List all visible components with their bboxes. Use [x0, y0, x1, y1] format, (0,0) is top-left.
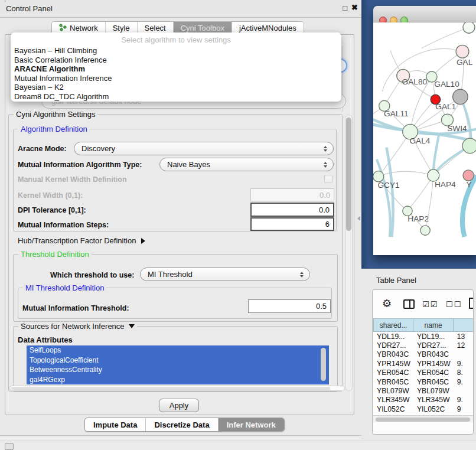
algorithm-definition-title: Algorithm Definition — [18, 125, 90, 133]
table-row[interactable]: YBL079WYBL079W — [373, 386, 474, 395]
manual-kernel-width-checkbox[interactable] — [324, 175, 332, 183]
table-row[interactable]: YBR045CYBR045C9. — [373, 377, 474, 386]
scrollbar-thumb[interactable] — [346, 118, 351, 231]
deselect-all-columns-icon[interactable]: ☐☐ — [446, 300, 462, 309]
attribute-item[interactable]: BetweennessCentrality — [27, 365, 329, 375]
gear-icon[interactable]: ⚙ — [382, 297, 392, 310]
algorithm-option[interactable]: Bayesian – K2 — [11, 83, 341, 92]
tab-impute-data[interactable]: Impute Data — [85, 418, 146, 431]
network-node-label: GAL4 — [409, 136, 430, 145]
status-strip — [0, 441, 476, 450]
network-node-y[interactable] — [463, 170, 474, 181]
table-cell — [454, 350, 474, 359]
table-cell: 9 — [454, 405, 474, 413]
mi-algorithm-type-combobox[interactable]: Naive Bayes — [159, 158, 334, 171]
mi-steps-value: 6 — [325, 220, 330, 229]
tab-network-label: Network — [70, 24, 98, 32]
close-icon[interactable]: ✖ — [351, 3, 358, 12]
table-cell — [454, 386, 474, 395]
attribute-item[interactable]: SelfLoops — [27, 345, 329, 356]
tab-select-label: Select — [145, 24, 166, 32]
attribute-item[interactable]: TopologicalCoefficient — [27, 356, 329, 366]
mi-algorithm-type-value: Naive Bayes — [167, 160, 210, 169]
table-panel-title: Table Panel — [376, 276, 416, 285]
table-cell: YDR27... — [413, 341, 454, 350]
manual-kernel-width-label: Manual Kernel Width Definition — [18, 175, 127, 184]
table-row[interactable]: YPR145WYPR145W9. — [373, 359, 474, 368]
expander-arrow-icon — [141, 238, 145, 244]
table-cell: 9. — [454, 359, 474, 368]
network-node-label: GCY1 — [377, 181, 399, 190]
algorithm-option[interactable]: Dream8 DC_TDC Algorithm — [11, 92, 341, 102]
hub-definition-expander[interactable]: Hub/Transcription Factor Definition — [18, 236, 145, 245]
attributes-list-scrollbar[interactable] — [321, 348, 326, 381]
panel-divider — [0, 435, 361, 436]
mi-steps-field[interactable]: 6 — [250, 217, 334, 231]
network-canvas[interactable]: GALGAL80GAL10GAL11GAL1SWI4GAL4GCY1HAP4YH… — [373, 22, 476, 255]
apply-button[interactable]: Apply — [159, 399, 199, 412]
network-canvas-svg: GALGAL80GAL10GAL11GAL1SWI4GAL4GCY1HAP4YH… — [373, 22, 476, 255]
which-threshold-combobox[interactable]: MI Threshold — [140, 268, 310, 281]
algorithm-option[interactable]: Basic Correlation Inference — [11, 56, 341, 65]
table-cell: YBL079W — [413, 386, 454, 395]
network-node[interactable] — [420, 226, 430, 235]
select-all-columns-icon[interactable]: ☑☑ — [422, 300, 438, 309]
network-node-label: Y — [466, 180, 471, 189]
tab-discretize-data-label: Discretize Data — [154, 420, 209, 429]
algorithm-option[interactable]: Mutual Information Inference — [11, 74, 341, 83]
float-window-icon[interactable]: □ — [343, 4, 347, 12]
kernel-width-value: 0.0 — [319, 191, 330, 200]
table-row[interactable]: YER054CYER054C8. — [373, 369, 474, 377]
table-row[interactable]: YBR043CYBR043C — [373, 350, 474, 359]
table-cell: 9. — [454, 377, 474, 386]
table-cell: YIL052C — [413, 405, 454, 413]
network-node[interactable] — [463, 22, 475, 33]
network-node-swi4[interactable] — [462, 138, 476, 154]
aracne-mode-value: Discovery — [81, 144, 115, 153]
scrollbar-thumb[interactable] — [11, 387, 330, 390]
table-cell: YDL19... — [373, 332, 413, 341]
settings-horizontal-scrollbar[interactable] — [9, 386, 345, 391]
algorithm-option[interactable]: ARACNE Algorithm — [11, 64, 341, 74]
scrollbar-thumb[interactable] — [376, 418, 470, 422]
minimized-panel-tab[interactable] — [5, 443, 14, 450]
dpi-tolerance-field[interactable]: 0.0 — [250, 203, 334, 217]
settings-vertical-scrollbar[interactable] — [345, 115, 353, 391]
attribute-item[interactable]: gal4RGexp — [27, 375, 329, 385]
mi-threshold-label: Mutual Information Threshold: — [22, 304, 129, 312]
table-toolbar: ⚙ ☑☑ ☐☐ — [373, 290, 474, 318]
columns-icon[interactable] — [403, 299, 415, 309]
export-table-icon[interactable] — [469, 298, 474, 309]
table-horizontal-scrollbar[interactable] — [373, 415, 474, 422]
algorithm-dropdown-list: Bayesian – Hill ClimbingBasic Correlatio… — [11, 46, 341, 101]
data-attributes-list[interactable]: SelfLoopsTopologicalCoefficientBetweenne… — [27, 345, 329, 384]
network-node-label: GAL1 — [435, 102, 456, 111]
network-node-gal[interactable] — [456, 45, 469, 58]
network-window-titlebar — [373, 6, 476, 22]
mi-threshold-value: 0.5 — [316, 302, 327, 311]
network-node-hap4[interactable] — [428, 169, 439, 181]
data-attributes-label: Data Attributes — [18, 335, 73, 344]
table-row[interactable]: YDL19...YDL19...13 — [373, 332, 474, 341]
algorithm-option[interactable]: Bayesian – Hill Climbing — [11, 46, 341, 56]
aracne-mode-combobox[interactable]: Discovery — [74, 142, 334, 155]
cyni-algorithm-settings-title: Cyni Algorithm Settings — [14, 110, 97, 119]
sources-title[interactable]: Sources for Network Inference — [18, 322, 137, 331]
tab-infer-network[interactable]: Infer Network — [219, 418, 284, 431]
table-row[interactable]: YLR345WYLR345W9. — [373, 396, 474, 405]
collapse-arrow-icon — [129, 324, 135, 328]
table-column-header[interactable]: name — [413, 318, 454, 332]
mi-threshold-field[interactable]: 0.5 — [248, 299, 331, 313]
table-column-header[interactable]: shared... — [373, 318, 413, 332]
table-row[interactable]: YDR27...YDR27...12 — [373, 341, 474, 350]
tab-discretize-data[interactable]: Discretize Data — [146, 418, 218, 431]
splitter-collapse-icon[interactable] — [357, 216, 360, 221]
tab-impute-data-label: Impute Data — [93, 420, 137, 429]
tab-cyni-toolbox-label: Cyni Toolbox — [181, 24, 224, 32]
table-row[interactable]: YIL052CYIL052C9 — [373, 405, 474, 413]
table-column-header[interactable] — [454, 318, 474, 332]
table-cell: YBR045C — [413, 377, 454, 386]
network-tab-icon — [59, 24, 67, 33]
kernel-width-field[interactable]: 0.0 — [250, 188, 334, 201]
window-edge-tick — [5, 0, 5, 2]
